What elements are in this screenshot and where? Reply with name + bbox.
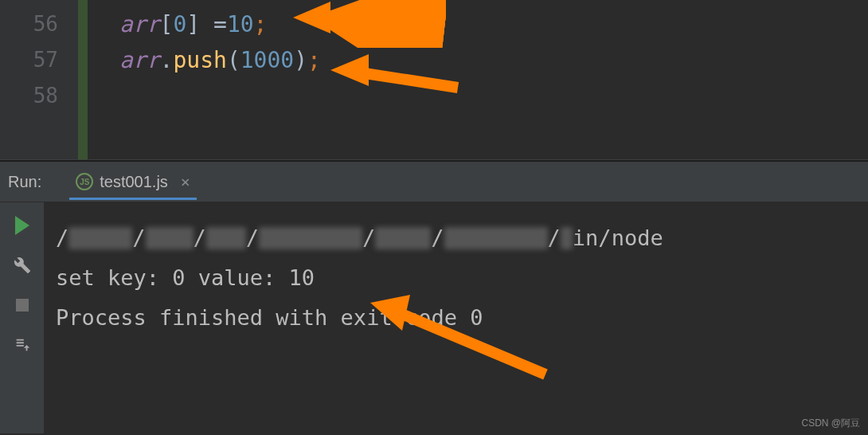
run-tab[interactable]: JS test001.js × [69, 164, 197, 200]
path-text: in/node [573, 218, 663, 258]
method: push [173, 47, 226, 73]
code-content[interactable]: arr[0] =10; arr.push(1000); [88, 0, 868, 159]
watermark: CSDN @阿豆 [801, 417, 860, 430]
redacted [146, 227, 194, 249]
tab-filename: test001.js [100, 173, 168, 191]
redacted [444, 227, 548, 249]
semicolon: ; [307, 47, 321, 73]
path-text: / [362, 218, 375, 258]
variable: arr [119, 47, 160, 73]
stop-icon [16, 299, 29, 312]
redacted [375, 227, 431, 249]
code-line[interactable] [119, 78, 868, 114]
js-file-icon: JS [76, 173, 93, 190]
redacted [206, 227, 246, 249]
bracket: ] [186, 11, 200, 37]
bracket: [ [160, 11, 174, 37]
path-text: / [194, 218, 206, 258]
line-number: 56 [0, 6, 58, 42]
redacted [68, 227, 132, 249]
play-icon [15, 216, 29, 235]
path-text: / [548, 218, 561, 258]
run-toolbar [0, 202, 44, 433]
redacted [561, 227, 573, 249]
paren: ( [227, 47, 240, 73]
wrench-icon [14, 257, 31, 274]
output-line: Process finished with exit code 0 [56, 298, 856, 338]
rerun-button[interactable] [11, 214, 33, 237]
path-text: / [246, 218, 259, 258]
number: 1000 [240, 47, 294, 73]
redacted [259, 227, 362, 249]
line-gutter: 56 57 58 [0, 0, 88, 159]
semicolon: ; [254, 11, 268, 37]
line-number: 57 [0, 42, 58, 78]
path-text: / [56, 218, 68, 258]
output-line: set key: 0 value: 10 [56, 258, 856, 298]
dot: . [160, 47, 174, 73]
code-editor[interactable]: 56 57 58 arr[0] =10; arr.push(1000); [0, 0, 868, 159]
settings-button[interactable] [11, 254, 33, 276]
run-tab-bar: Run: JS test001.js × [0, 163, 868, 202]
code-line[interactable]: arr[0] =10; [119, 6, 868, 42]
console-output[interactable]: ///////in/node set key: 0 value: 10 Proc… [44, 202, 868, 433]
stop-button[interactable] [11, 294, 33, 316]
scroll-icon [14, 336, 31, 354]
close-tab-icon[interactable]: × [181, 172, 190, 191]
paren: ) [294, 47, 307, 73]
line-number: 58 [0, 78, 58, 114]
number: 0 [173, 11, 186, 37]
scroll-to-end-button[interactable] [11, 334, 33, 356]
operator: = [200, 11, 227, 37]
code-line[interactable]: arr.push(1000); [119, 42, 868, 78]
path-text: / [431, 218, 444, 258]
run-label: Run: [8, 173, 41, 191]
variable: arr [119, 11, 160, 37]
path-text: / [132, 218, 145, 258]
number: 10 [227, 11, 254, 37]
console-panel: ///////in/node set key: 0 value: 10 Proc… [0, 202, 868, 433]
output-line: ///////in/node [56, 218, 856, 258]
